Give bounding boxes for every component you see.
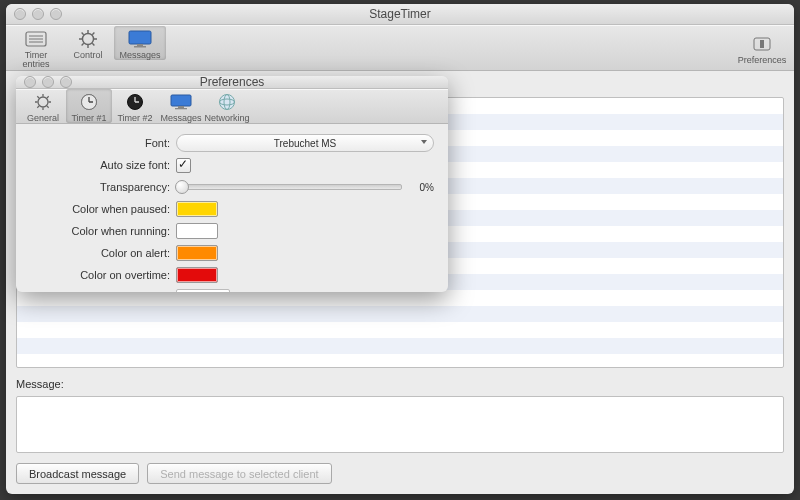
clock-icon [76, 91, 102, 113]
pref-titlebar[interactable]: Preferences [16, 76, 448, 89]
broadcast-button[interactable]: Broadcast message [16, 463, 139, 484]
gear-icon [30, 91, 56, 113]
main-titlebar[interactable]: StageTimer [6, 4, 794, 25]
running-color-well[interactable] [176, 223, 218, 239]
svg-line-11 [92, 33, 94, 35]
clock-icon [122, 91, 148, 113]
zoom-icon[interactable] [60, 76, 72, 88]
pref-tab-networking[interactable]: Networking [204, 89, 250, 123]
pref-toolbar: General Timer #1 Timer #2 [16, 89, 448, 124]
svg-line-23 [37, 96, 39, 98]
main-toolbar: Timer entries Control Messages [6, 25, 794, 71]
svg-rect-34 [171, 95, 191, 106]
display-icon [127, 28, 153, 50]
switch-icon [749, 33, 775, 55]
toolbar-label: Control [73, 51, 102, 60]
transparency-slider[interactable] [176, 184, 402, 190]
svg-rect-13 [129, 31, 151, 44]
pref-tab-timer1[interactable]: Timer #1 [66, 89, 112, 123]
svg-rect-14 [137, 44, 143, 46]
font-select[interactable]: Trebuchet MS [176, 134, 434, 152]
alert-color-well[interactable] [176, 245, 218, 261]
gear-icon [75, 28, 101, 50]
toolbar-label: Timer entries [10, 51, 62, 69]
minimize-icon[interactable] [42, 76, 54, 88]
svg-line-12 [82, 43, 84, 45]
svg-rect-17 [760, 40, 764, 48]
message-input[interactable] [16, 396, 784, 453]
pref-title: Preferences [16, 76, 448, 89]
display-icon [168, 91, 194, 113]
window-title: StageTimer [6, 7, 794, 21]
paused-color-label: Color when paused: [30, 203, 176, 215]
message-label: Message: [16, 378, 784, 390]
zoom-icon[interactable] [50, 8, 62, 20]
offset-input[interactable]: 0 [176, 289, 230, 293]
tab-label: Messages [160, 114, 201, 123]
preferences-window: Preferences General Timer #1 [16, 76, 448, 292]
autosize-label: Auto size font: [30, 159, 176, 171]
pref-form: Font: Trebuchet MS Auto size font: Trans… [16, 124, 448, 292]
toolbar-messages[interactable]: Messages [114, 26, 166, 60]
svg-rect-36 [175, 108, 187, 109]
alert-color-label: Color on alert: [30, 247, 176, 259]
tab-label: General [27, 114, 59, 123]
svg-rect-15 [134, 46, 146, 48]
list-icon [23, 28, 49, 50]
pref-tab-messages[interactable]: Messages [158, 89, 204, 123]
select-value: Trebuchet MS [274, 138, 336, 149]
offset-label: Vertical offset: [30, 291, 176, 292]
tab-label: Networking [204, 114, 249, 123]
globe-icon [214, 91, 240, 113]
overtime-color-well[interactable] [176, 267, 218, 283]
button-label: Send message to selected client [160, 468, 318, 480]
svg-point-37 [220, 95, 235, 110]
svg-line-26 [37, 106, 39, 108]
svg-rect-35 [178, 106, 184, 108]
transparency-label: Transparency: [30, 181, 176, 193]
autosize-checkbox[interactable] [176, 158, 191, 173]
svg-line-25 [47, 96, 49, 98]
svg-point-18 [38, 97, 48, 107]
toolbar-control[interactable]: Control [62, 26, 114, 60]
toolbar-label: Preferences [738, 56, 787, 65]
tab-label: Timer #1 [71, 114, 106, 123]
pref-tab-general[interactable]: General [20, 89, 66, 123]
close-icon[interactable] [14, 8, 26, 20]
slider-knob-icon[interactable] [175, 180, 189, 194]
toolbar-label: Messages [119, 51, 160, 60]
close-icon[interactable] [24, 76, 36, 88]
paused-color-well[interactable] [176, 201, 218, 217]
toolbar-preferences[interactable]: Preferences [734, 31, 790, 65]
tab-label: Timer #2 [117, 114, 152, 123]
transparency-value: 0% [408, 182, 434, 193]
svg-line-10 [92, 43, 94, 45]
overtime-color-label: Color on overtime: [30, 269, 176, 281]
font-label: Font: [30, 137, 176, 149]
svg-line-24 [47, 106, 49, 108]
input-value: 0 [200, 292, 206, 293]
send-selected-button[interactable]: Send message to selected client [147, 463, 331, 484]
pref-tab-timer2[interactable]: Timer #2 [112, 89, 158, 123]
toolbar-timer-entries[interactable]: Timer entries [10, 26, 62, 69]
svg-line-9 [82, 33, 84, 35]
minimize-icon[interactable] [32, 8, 44, 20]
button-label: Broadcast message [29, 468, 126, 480]
svg-point-4 [83, 34, 94, 45]
running-color-label: Color when running: [30, 225, 176, 237]
